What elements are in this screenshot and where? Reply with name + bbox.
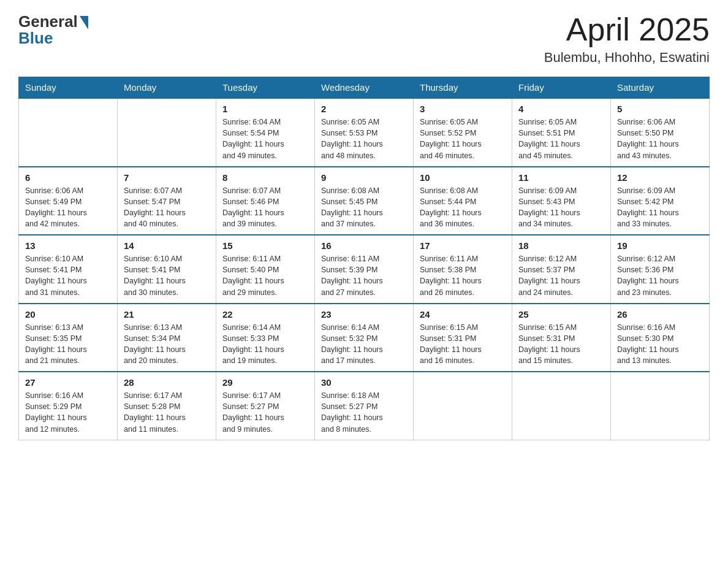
day-number: 29 <box>222 377 308 388</box>
day-number: 6 <box>25 172 111 183</box>
calendar-cell: 28Sunrise: 6:17 AM Sunset: 5:28 PM Dayli… <box>118 372 216 440</box>
day-info: Sunrise: 6:12 AM Sunset: 5:37 PM Dayligh… <box>518 253 604 298</box>
day-number: 27 <box>25 377 111 388</box>
day-info: Sunrise: 6:15 AM Sunset: 5:31 PM Dayligh… <box>518 322 604 367</box>
day-number: 30 <box>321 377 407 388</box>
day-number: 3 <box>420 104 506 114</box>
day-info: Sunrise: 6:09 AM Sunset: 5:43 PM Dayligh… <box>518 185 604 230</box>
day-info: Sunrise: 6:16 AM Sunset: 5:30 PM Dayligh… <box>617 322 703 367</box>
day-number: 1 <box>222 104 308 114</box>
calendar-cell <box>118 98 216 167</box>
calendar-cell: 11Sunrise: 6:09 AM Sunset: 5:43 PM Dayli… <box>512 167 611 236</box>
logo-blue-text: Blue <box>18 29 53 48</box>
calendar-cell: 7Sunrise: 6:07 AM Sunset: 5:47 PM Daylig… <box>118 167 216 236</box>
calendar-cell: 1Sunrise: 6:04 AM Sunset: 5:54 PM Daylig… <box>216 98 315 167</box>
day-info: Sunrise: 6:11 AM Sunset: 5:39 PM Dayligh… <box>321 253 407 298</box>
day-number: 7 <box>124 172 210 183</box>
calendar-cell <box>19 98 118 167</box>
calendar-cell <box>414 372 512 440</box>
day-info: Sunrise: 6:07 AM Sunset: 5:46 PM Dayligh… <box>222 185 308 230</box>
logo: General Blue <box>18 12 88 48</box>
calendar-cell <box>512 372 611 440</box>
day-info: Sunrise: 6:07 AM Sunset: 5:47 PM Dayligh… <box>124 185 210 230</box>
calendar-header-thursday: Thursday <box>414 77 512 99</box>
day-number: 24 <box>420 309 506 320</box>
calendar-cell: 21Sunrise: 6:13 AM Sunset: 5:34 PM Dayli… <box>118 304 216 372</box>
calendar-cell: 26Sunrise: 6:16 AM Sunset: 5:30 PM Dayli… <box>611 304 710 372</box>
day-number: 17 <box>420 240 506 251</box>
calendar-cell: 29Sunrise: 6:17 AM Sunset: 5:27 PM Dayli… <box>216 372 315 440</box>
calendar-cell: 17Sunrise: 6:11 AM Sunset: 5:38 PM Dayli… <box>414 235 512 304</box>
logo-triangle-icon <box>80 16 88 29</box>
calendar-cell: 20Sunrise: 6:13 AM Sunset: 5:35 PM Dayli… <box>19 304 118 372</box>
page-subtitle: Bulembu, Hhohho, Eswatini <box>544 50 710 66</box>
calendar-header-wednesday: Wednesday <box>315 77 414 99</box>
day-number: 18 <box>518 240 604 251</box>
calendar-cell: 24Sunrise: 6:15 AM Sunset: 5:31 PM Dayli… <box>414 304 512 372</box>
day-number: 26 <box>617 309 703 320</box>
calendar-cell: 18Sunrise: 6:12 AM Sunset: 5:37 PM Dayli… <box>512 235 611 304</box>
day-number: 25 <box>518 309 604 320</box>
day-number: 14 <box>124 240 210 251</box>
day-info: Sunrise: 6:14 AM Sunset: 5:32 PM Dayligh… <box>321 322 407 367</box>
calendar-cell: 5Sunrise: 6:06 AM Sunset: 5:50 PM Daylig… <box>611 98 710 167</box>
calendar-header-saturday: Saturday <box>611 77 710 99</box>
day-info: Sunrise: 6:04 AM Sunset: 5:54 PM Dayligh… <box>222 117 308 161</box>
calendar-cell: 8Sunrise: 6:07 AM Sunset: 5:46 PM Daylig… <box>216 167 315 236</box>
calendar-header-tuesday: Tuesday <box>216 77 315 99</box>
calendar-cell: 4Sunrise: 6:05 AM Sunset: 5:51 PM Daylig… <box>512 98 611 167</box>
day-info: Sunrise: 6:10 AM Sunset: 5:41 PM Dayligh… <box>25 253 111 298</box>
day-number: 28 <box>124 377 210 388</box>
calendar-cell: 3Sunrise: 6:05 AM Sunset: 5:52 PM Daylig… <box>414 98 512 167</box>
day-info: Sunrise: 6:11 AM Sunset: 5:38 PM Dayligh… <box>420 253 506 298</box>
calendar-cell: 12Sunrise: 6:09 AM Sunset: 5:42 PM Dayli… <box>611 167 710 236</box>
day-number: 9 <box>321 172 407 183</box>
day-number: 16 <box>321 240 407 251</box>
calendar-cell: 13Sunrise: 6:10 AM Sunset: 5:41 PM Dayli… <box>19 235 118 304</box>
day-number: 2 <box>321 104 407 114</box>
day-info: Sunrise: 6:17 AM Sunset: 5:28 PM Dayligh… <box>124 390 210 435</box>
page-title: April 2025 <box>544 12 710 47</box>
day-info: Sunrise: 6:09 AM Sunset: 5:42 PM Dayligh… <box>617 185 703 230</box>
day-number: 13 <box>25 240 111 251</box>
day-info: Sunrise: 6:05 AM Sunset: 5:52 PM Dayligh… <box>420 117 506 161</box>
calendar-header-monday: Monday <box>118 77 216 99</box>
day-info: Sunrise: 6:13 AM Sunset: 5:34 PM Dayligh… <box>124 322 210 367</box>
day-info: Sunrise: 6:05 AM Sunset: 5:51 PM Dayligh… <box>518 117 604 161</box>
day-number: 12 <box>617 172 703 183</box>
day-info: Sunrise: 6:05 AM Sunset: 5:53 PM Dayligh… <box>321 117 407 161</box>
day-number: 20 <box>25 309 111 320</box>
day-info: Sunrise: 6:17 AM Sunset: 5:27 PM Dayligh… <box>222 390 308 435</box>
day-number: 11 <box>518 172 604 183</box>
day-info: Sunrise: 6:18 AM Sunset: 5:27 PM Dayligh… <box>321 390 407 435</box>
calendar-cell: 6Sunrise: 6:06 AM Sunset: 5:49 PM Daylig… <box>19 167 118 236</box>
day-info: Sunrise: 6:16 AM Sunset: 5:29 PM Dayligh… <box>25 390 111 435</box>
day-info: Sunrise: 6:12 AM Sunset: 5:36 PM Dayligh… <box>617 253 703 298</box>
calendar-cell: 16Sunrise: 6:11 AM Sunset: 5:39 PM Dayli… <box>315 235 414 304</box>
calendar-cell: 15Sunrise: 6:11 AM Sunset: 5:40 PM Dayli… <box>216 235 315 304</box>
day-info: Sunrise: 6:10 AM Sunset: 5:41 PM Dayligh… <box>124 253 210 298</box>
calendar-cell: 25Sunrise: 6:15 AM Sunset: 5:31 PM Dayli… <box>512 304 611 372</box>
calendar-cell: 10Sunrise: 6:08 AM Sunset: 5:44 PM Dayli… <box>414 167 512 236</box>
calendar-cell: 22Sunrise: 6:14 AM Sunset: 5:33 PM Dayli… <box>216 304 315 372</box>
day-info: Sunrise: 6:08 AM Sunset: 5:45 PM Dayligh… <box>321 185 407 230</box>
day-info: Sunrise: 6:13 AM Sunset: 5:35 PM Dayligh… <box>25 322 111 367</box>
calendar-table: SundayMondayTuesdayWednesdayThursdayFrid… <box>18 77 710 440</box>
day-info: Sunrise: 6:06 AM Sunset: 5:49 PM Dayligh… <box>25 185 111 230</box>
calendar-cell: 19Sunrise: 6:12 AM Sunset: 5:36 PM Dayli… <box>611 235 710 304</box>
day-info: Sunrise: 6:06 AM Sunset: 5:50 PM Dayligh… <box>617 117 703 161</box>
calendar-cell: 14Sunrise: 6:10 AM Sunset: 5:41 PM Dayli… <box>118 235 216 304</box>
calendar-cell: 2Sunrise: 6:05 AM Sunset: 5:53 PM Daylig… <box>315 98 414 167</box>
title-block: April 2025 Bulembu, Hhohho, Eswatini <box>544 12 710 66</box>
day-number: 8 <box>222 172 308 183</box>
calendar-cell: 27Sunrise: 6:16 AM Sunset: 5:29 PM Dayli… <box>19 372 118 440</box>
calendar-cell: 30Sunrise: 6:18 AM Sunset: 5:27 PM Dayli… <box>315 372 414 440</box>
day-number: 21 <box>124 309 210 320</box>
day-number: 23 <box>321 309 407 320</box>
day-number: 22 <box>222 309 308 320</box>
day-info: Sunrise: 6:11 AM Sunset: 5:40 PM Dayligh… <box>222 253 308 298</box>
calendar-header-sunday: Sunday <box>19 77 118 99</box>
calendar-cell <box>611 372 710 440</box>
day-number: 4 <box>518 104 604 114</box>
day-info: Sunrise: 6:15 AM Sunset: 5:31 PM Dayligh… <box>420 322 506 367</box>
